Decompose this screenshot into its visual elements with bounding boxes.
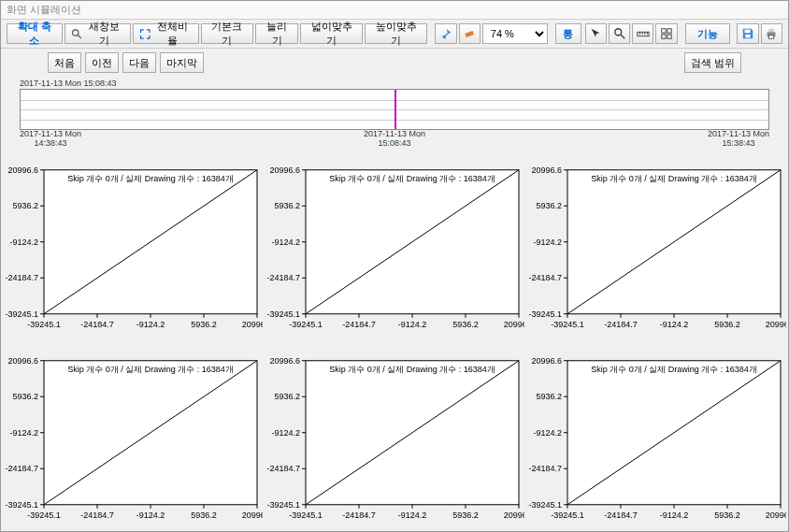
default-ratio-button[interactable]: 기본크기 bbox=[201, 23, 254, 44]
timeline-cursor[interactable] bbox=[394, 90, 396, 129]
svg-text:-39245.1: -39245.1 bbox=[27, 320, 61, 329]
svg-text:Skip 개수 0개 / 실제 Drawing 개수 : 1: Skip 개수 0개 / 실제 Drawing 개수 : 16384개 bbox=[329, 364, 495, 373]
svg-text:5936.2: 5936.2 bbox=[536, 392, 562, 401]
fit-height-button[interactable]: 높이맞추기 bbox=[365, 23, 427, 44]
chart-0: -39245.1-24184.7-9124.25936.220996.6-392… bbox=[1, 151, 263, 341]
svg-text:-24184.7: -24184.7 bbox=[604, 510, 638, 519]
save-button[interactable] bbox=[737, 23, 758, 44]
print-icon bbox=[765, 27, 778, 40]
last-button[interactable]: 마지막 bbox=[160, 52, 204, 73]
svg-rect-15 bbox=[745, 35, 750, 38]
svg-text:-24184.7: -24184.7 bbox=[266, 464, 300, 473]
tick-time: 15:38:43 bbox=[708, 139, 769, 149]
svg-text:-39245.1: -39245.1 bbox=[27, 510, 61, 519]
svg-text:20996.6: 20996.6 bbox=[531, 165, 562, 175]
svg-text:5936.2: 5936.2 bbox=[536, 201, 562, 210]
main-toolbar: 확대 축소 새창보기 전체비율 기본크기 늘리기 넓이맞추기 높이맞추기 74 … bbox=[1, 20, 788, 49]
svg-text:-39245.1: -39245.1 bbox=[551, 320, 584, 329]
next-button[interactable]: 다음 bbox=[122, 52, 156, 73]
svg-text:-24184.7: -24184.7 bbox=[342, 510, 376, 519]
svg-text:-39245.1: -39245.1 bbox=[528, 499, 562, 509]
svg-text:-39245.1: -39245.1 bbox=[551, 510, 584, 519]
svg-text:-39245.1: -39245.1 bbox=[266, 309, 300, 319]
svg-text:-24184.7: -24184.7 bbox=[80, 510, 114, 519]
enlarge-button[interactable]: 늘리기 bbox=[255, 23, 298, 44]
timeline-ticks: 2017-11-13 Mon 14:38:43 2017-11-13 Mon 1… bbox=[20, 130, 769, 149]
svg-text:20996.6: 20996.6 bbox=[7, 165, 38, 175]
svg-rect-14 bbox=[745, 30, 751, 34]
full-ratio-button[interactable]: 전체비율 bbox=[133, 23, 199, 44]
fit-width-button[interactable]: 넓이맞추기 bbox=[300, 23, 363, 44]
svg-text:-9124.2: -9124.2 bbox=[9, 237, 38, 247]
svg-text:-24184.7: -24184.7 bbox=[528, 464, 562, 473]
magnifier-icon bbox=[613, 27, 626, 40]
svg-text:20996.6: 20996.6 bbox=[269, 355, 300, 365]
function-button[interactable]: 기능 bbox=[685, 23, 730, 44]
save-icon bbox=[741, 27, 754, 40]
ruler-tool-button[interactable] bbox=[632, 23, 653, 44]
first-button[interactable]: 처음 bbox=[48, 52, 81, 73]
pointer-tool-button[interactable] bbox=[585, 23, 607, 44]
chart-cell: -39245.1-24184.7-9124.25936.220996.6-392… bbox=[1, 151, 263, 341]
grid-icon bbox=[660, 27, 673, 40]
svg-text:5936.2: 5936.2 bbox=[452, 510, 479, 519]
svg-text:-24184.7: -24184.7 bbox=[266, 273, 300, 282]
svg-rect-13 bbox=[667, 35, 671, 38]
chart-cell: -39245.1-24184.7-9124.25936.220996.6-392… bbox=[524, 151, 786, 341]
svg-text:20996.6: 20996.6 bbox=[242, 510, 263, 519]
svg-text:20996.6: 20996.6 bbox=[766, 510, 786, 519]
tick-time: 15:08:43 bbox=[364, 139, 425, 149]
svg-text:5936.2: 5936.2 bbox=[714, 320, 740, 329]
chart-2: -39245.1-24184.7-9124.25936.220996.6-392… bbox=[524, 151, 786, 341]
svg-text:-39245.1: -39245.1 bbox=[266, 499, 300, 509]
ruler-icon bbox=[637, 27, 650, 40]
eraser-icon bbox=[463, 27, 476, 40]
svg-text:20996.6: 20996.6 bbox=[531, 355, 562, 365]
charts-grid: -39245.1-24184.7-9124.25936.220996.6-392… bbox=[1, 151, 788, 531]
svg-text:20996.6: 20996.6 bbox=[504, 320, 524, 329]
timeline-grid[interactable] bbox=[20, 89, 769, 130]
eraser-button[interactable] bbox=[459, 23, 481, 44]
svg-text:-9124.2: -9124.2 bbox=[398, 510, 427, 519]
svg-rect-17 bbox=[769, 29, 774, 33]
zoom-select[interactable]: 74 % bbox=[482, 23, 548, 44]
svg-rect-11 bbox=[667, 29, 671, 33]
tong-button[interactable]: 통 bbox=[555, 23, 581, 44]
svg-text:20996.6: 20996.6 bbox=[766, 320, 786, 329]
svg-text:-39245.1: -39245.1 bbox=[289, 510, 323, 519]
new-window-button[interactable]: 새창보기 bbox=[65, 23, 131, 44]
svg-line-1 bbox=[78, 35, 81, 38]
chart-cell: -39245.1-24184.7-9124.25936.220996.6-392… bbox=[1, 341, 263, 532]
expand-icon bbox=[139, 28, 151, 40]
chart-3: -39245.1-24184.7-9124.25936.220996.6-392… bbox=[1, 341, 263, 532]
svg-text:-9124.2: -9124.2 bbox=[9, 427, 38, 437]
grid-tool-button[interactable] bbox=[655, 23, 677, 44]
svg-text:-24184.7: -24184.7 bbox=[5, 273, 38, 282]
print-button[interactable] bbox=[761, 23, 782, 44]
svg-text:20996.6: 20996.6 bbox=[504, 510, 524, 519]
pin-button[interactable] bbox=[435, 23, 456, 44]
svg-text:5936.2: 5936.2 bbox=[191, 320, 217, 329]
svg-text:Skip 개수 0개 / 실제 Drawing 개수 : 1: Skip 개수 0개 / 실제 Drawing 개수 : 16384개 bbox=[591, 364, 757, 373]
chart-cell: -39245.1-24184.7-9124.25936.220996.6-392… bbox=[263, 341, 524, 532]
pin-icon bbox=[439, 27, 452, 40]
svg-text:-24184.7: -24184.7 bbox=[5, 464, 38, 473]
prev-button[interactable]: 이전 bbox=[85, 52, 119, 73]
chart-1: -39245.1-24184.7-9124.25936.220996.6-392… bbox=[263, 151, 524, 341]
svg-rect-12 bbox=[662, 35, 666, 38]
chart-4: -39245.1-24184.7-9124.25936.220996.6-392… bbox=[263, 341, 524, 532]
svg-text:-24184.7: -24184.7 bbox=[604, 320, 638, 329]
zoom-mode-button[interactable]: 확대 축소 bbox=[7, 23, 63, 44]
svg-text:20996.6: 20996.6 bbox=[269, 165, 300, 175]
svg-text:-9124.2: -9124.2 bbox=[660, 320, 689, 329]
window-title: 화면 시뮬레이션 bbox=[1, 1, 788, 20]
svg-text:-39245.1: -39245.1 bbox=[5, 499, 38, 509]
search-range-button[interactable]: 검색 범위 bbox=[684, 52, 741, 73]
svg-text:-39245.1: -39245.1 bbox=[289, 320, 323, 329]
new-window-label: 새창보기 bbox=[84, 20, 124, 48]
svg-text:5936.2: 5936.2 bbox=[12, 392, 38, 401]
svg-text:5936.2: 5936.2 bbox=[274, 201, 300, 210]
svg-rect-18 bbox=[769, 36, 774, 39]
search-tool-button[interactable] bbox=[609, 23, 630, 44]
svg-text:-9124.2: -9124.2 bbox=[533, 427, 562, 437]
